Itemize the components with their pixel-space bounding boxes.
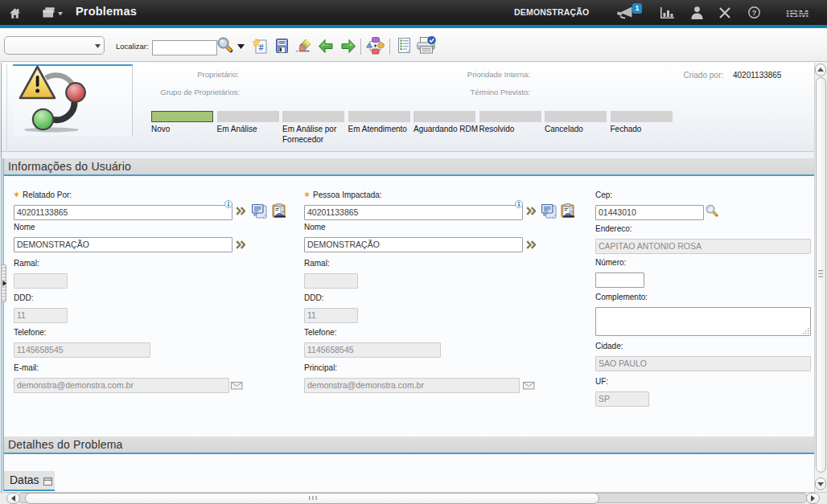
- svg-text:#: #: [258, 43, 263, 52]
- svg-text:?: ?: [752, 8, 757, 17]
